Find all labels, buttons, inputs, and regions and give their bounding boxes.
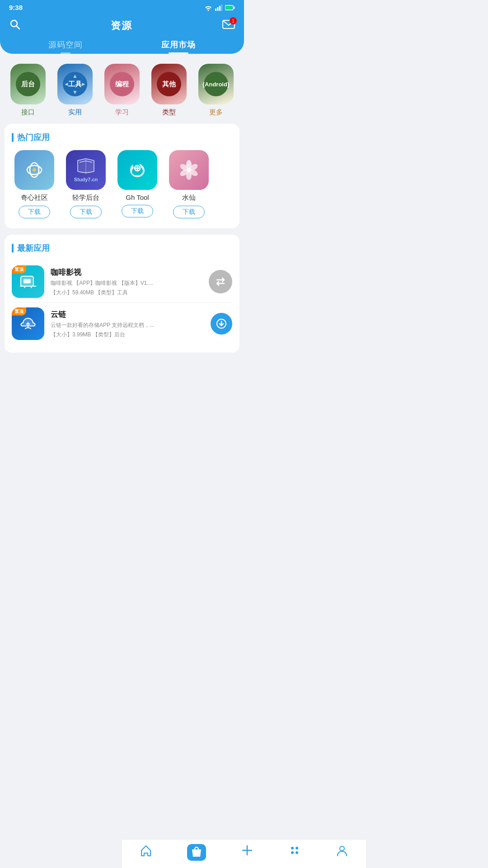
tab-bar: 源码空间 应用市场 (9, 39, 235, 54)
svg-line-8 (17, 26, 20, 29)
app-icon-narcissus (169, 150, 209, 190)
page-title: 资源 (111, 19, 132, 33)
header-top: 资源 1 (9, 19, 235, 39)
status-bar: 9:38 (0, 0, 244, 14)
svg-rect-25 (23, 279, 31, 283)
exchange-button-kafei[interactable] (209, 270, 232, 293)
title-bar-decoration-2 (12, 244, 14, 253)
status-icons (204, 5, 235, 11)
categories-section: 后台 接口 工具 ▲ ▼ ◄ ► 实用 编程 (0, 54, 244, 124)
svg-rect-0 (215, 9, 216, 11)
header: 资源 1 源码空间 应用市场 (0, 14, 244, 54)
latest-app-icon-kafei: 置顶 (12, 265, 44, 298)
download-gh-tool[interactable]: 下载 (122, 205, 153, 217)
hot-apps-section: 热门应用 奇心社区 下载 (5, 124, 239, 228)
latest-app-desc-kafei: 咖啡影视 【APP】咖啡影视 【版本】V1.... (51, 279, 168, 287)
category-more[interactable]: {Android} 更多 (196, 64, 236, 117)
svg-rect-5 (226, 6, 232, 9)
title-bar-decoration (12, 133, 14, 142)
category-other[interactable]: 其他 类型 (149, 64, 189, 117)
category-label-more: 更多 (209, 108, 223, 117)
app-name-gh-tool: Gh Tool (126, 193, 149, 201)
category-programming[interactable]: 编程 学习 (102, 64, 142, 117)
hot-apps-list: 奇心社区 下载 Study7.cn 轻学后台 下载 (12, 150, 232, 220)
hot-app-study7[interactable]: Study7.cn 轻学后台 下载 (63, 150, 108, 218)
latest-app-kafei[interactable]: 置顶 咖啡影视 咖啡影视 【APP】咖啡影视 【版本】V1.... 【大小】59… (12, 261, 232, 303)
svg-rect-6 (234, 6, 235, 9)
tab-source[interactable]: 源码空间 (48, 39, 83, 54)
latest-app-name-kafei: 咖啡影视 (51, 267, 202, 278)
category-label-prog: 学习 (115, 108, 129, 117)
latest-app-info-yunlian: 云链 云链一款好看的存储APP 支持远程文档，... 【大小】3.99MB 【类… (51, 309, 204, 339)
wifi-icon (204, 5, 212, 11)
download-button-yunlian[interactable] (211, 313, 232, 335)
category-backend[interactable]: 后台 接口 (8, 64, 48, 117)
latest-app-info-kafei: 咖啡影视 咖啡影视 【APP】咖啡影视 【版本】V1.... 【大小】59.40… (51, 267, 202, 297)
app-icon-study7: Study7.cn (66, 150, 106, 190)
app-name-study7: 轻学后台 (72, 193, 99, 202)
status-time: 9:38 (9, 4, 23, 11)
app-name-narcissus: 水仙 (182, 193, 196, 202)
battery-icon (225, 5, 235, 10)
svg-rect-3 (221, 5, 223, 11)
top-badge-yunlian: 置顶 (12, 307, 26, 316)
latest-app-desc-yunlian: 云链一款好看的存储APP 支持远程文档，... (51, 321, 168, 329)
category-label-backend: 接口 (21, 108, 35, 117)
mail-button[interactable]: 1 (222, 19, 235, 33)
app-icon-gh-tool (117, 150, 157, 190)
download-study7[interactable]: 下载 (70, 206, 102, 218)
svg-point-23 (187, 168, 191, 172)
latest-app-meta-yunlian: 【大小】3.99MB 【类型】后台 (51, 331, 204, 339)
category-label-tool: 实用 (68, 108, 82, 117)
svg-rect-1 (217, 7, 219, 11)
signal-icon (215, 5, 222, 11)
latest-app-yunlian[interactable]: 置顶 云链 云链一款好看的存储APP 支持远程文档，... 【大小】3.99MB… (12, 303, 232, 344)
search-button[interactable] (9, 19, 21, 33)
hot-app-gh-tool[interactable]: Gh Tool 下载 (115, 150, 160, 218)
tab-market[interactable]: 应用市场 (161, 39, 196, 54)
latest-apps-section: 最新应用 置顶 咖啡影视 咖啡影视 【APP】咖啡影视 【版本】V1.... 【… (5, 235, 239, 353)
svg-rect-2 (219, 6, 221, 11)
app-name-qixin: 奇心社区 (21, 193, 48, 202)
latest-app-meta-kafei: 【大小】59.40MB 【类型】工具 (51, 289, 202, 297)
category-label-other: 类型 (162, 108, 176, 117)
download-qixin[interactable]: 下载 (19, 206, 50, 218)
app-icon-qixin (14, 150, 54, 190)
latest-apps-title: 最新应用 (12, 243, 232, 254)
hot-app-qixin[interactable]: 奇心社区 下载 (12, 150, 57, 218)
latest-app-icon-yunlian: 置顶 (12, 307, 44, 340)
hot-apps-title: 热门应用 (12, 132, 232, 143)
mail-badge: 1 (230, 17, 237, 24)
svg-point-12 (33, 168, 36, 172)
latest-app-name-yunlian: 云链 (51, 309, 204, 320)
download-narcissus[interactable]: 下载 (173, 206, 205, 218)
top-badge-kafei: 置顶 (12, 265, 26, 274)
hot-app-narcissus[interactable]: 水仙 下载 (166, 150, 211, 218)
category-tool[interactable]: 工具 ▲ ▼ ◄ ► 实用 (55, 64, 95, 117)
